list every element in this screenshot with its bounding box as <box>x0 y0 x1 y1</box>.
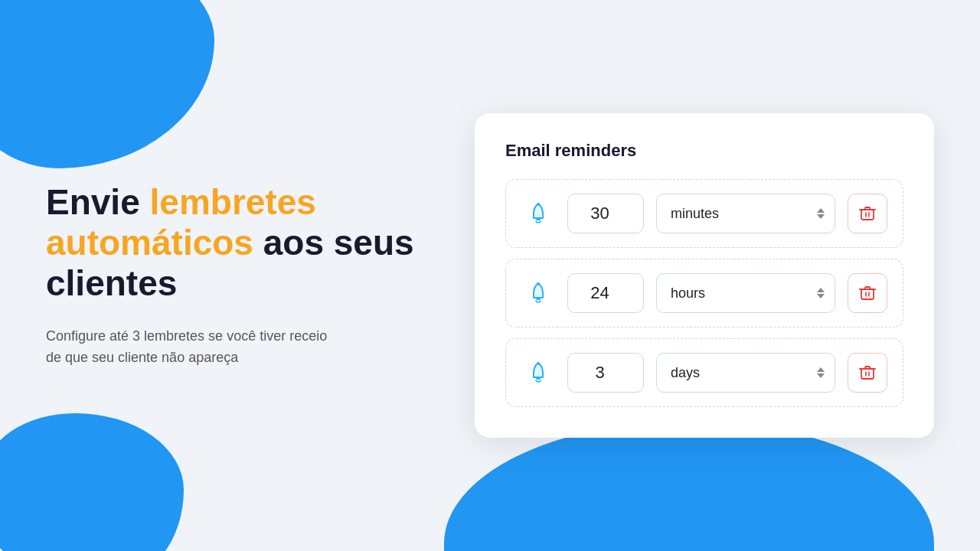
svg-point-4 <box>537 282 540 285</box>
reminder-3-unit-select[interactable]: minutes hours days <box>656 353 835 393</box>
svg-rect-5 <box>861 289 874 299</box>
bell-svg-2 <box>526 281 550 305</box>
reminder-1-unit-wrap: minutes hours days <box>656 194 835 233</box>
reminder-row-2: minutes hours days <box>505 259 903 328</box>
bell-svg-1 <box>526 201 550 226</box>
reminder-2-unit-wrap: minutes hours days <box>656 273 835 313</box>
trash-icon-2 <box>859 285 876 302</box>
reminder-3-value-input[interactable] <box>567 353 644 393</box>
reminder-row-3: minutes hours days <box>505 338 903 407</box>
svg-rect-8 <box>861 369 874 379</box>
reminder-1-delete-button[interactable] <box>848 194 887 233</box>
bell-icon-3 <box>521 356 555 390</box>
left-panel: Envie lembretes automáticos aos seus cli… <box>46 167 429 384</box>
svg-rect-2 <box>861 210 874 220</box>
reminder-1-unit-select[interactable]: minutes hours days <box>656 194 835 233</box>
reminder-2-value-input[interactable] <box>567 273 644 313</box>
svg-point-1 <box>537 203 540 206</box>
svg-point-7 <box>537 362 540 365</box>
trash-icon-1 <box>859 205 876 222</box>
headline: Envie lembretes automáticos aos seus cli… <box>46 182 429 304</box>
reminder-2-unit-select[interactable]: minutes hours days <box>656 273 835 313</box>
reminder-2-delete-button[interactable] <box>848 273 887 313</box>
right-panel: Email reminders minutes hou <box>475 113 934 438</box>
trash-icon-3 <box>859 364 876 381</box>
card-title: Email reminders <box>505 141 903 161</box>
reminder-3-delete-button[interactable] <box>848 353 887 393</box>
bell-svg-3 <box>526 360 550 385</box>
reminder-1-value-input[interactable] <box>567 194 644 233</box>
bell-icon-2 <box>521 276 555 310</box>
bell-icon-1 <box>521 197 555 230</box>
reminder-row-1: minutes hours days <box>505 179 903 248</box>
main-container: Envie lembretes automáticos aos seus cli… <box>0 0 980 551</box>
subtext: Configure até 3 lembretes se você tiver … <box>46 325 337 370</box>
headline-plain: Envie <box>46 182 150 222</box>
email-reminders-card: Email reminders minutes hou <box>475 113 934 438</box>
reminder-3-unit-wrap: minutes hours days <box>656 353 835 393</box>
